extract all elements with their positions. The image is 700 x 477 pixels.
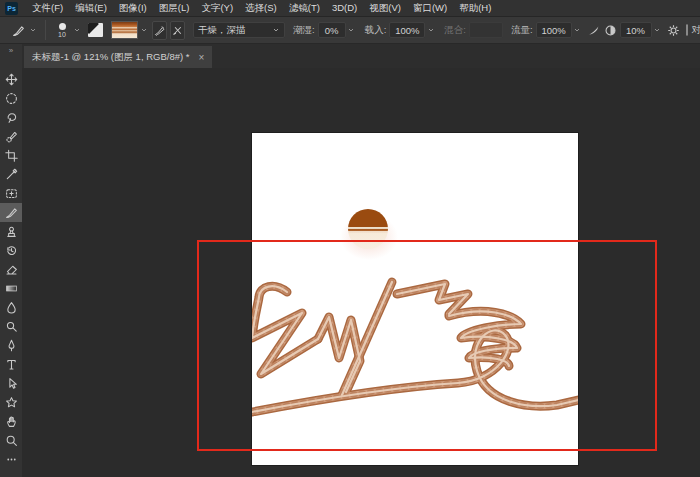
mix-label: 混合: — [444, 24, 466, 37]
divider — [45, 20, 46, 40]
menu-item-8[interactable]: 视图(V) — [363, 0, 407, 16]
eraser-tool[interactable] — [0, 260, 22, 279]
load-field[interactable]: 100% — [389, 22, 436, 38]
history-brush-tool[interactable] — [0, 241, 22, 260]
wet-value: 0% — [318, 22, 346, 38]
chevron-down-icon[interactable] — [27, 22, 38, 38]
move-tool[interactable] — [0, 70, 22, 89]
crop-tool[interactable] — [0, 146, 22, 165]
custom-shape-tool[interactable] — [0, 393, 22, 412]
wet-field[interactable]: 0% — [318, 22, 357, 38]
clean-brush-icon — [171, 24, 184, 37]
load-brush-after-stroke-button[interactable] — [152, 21, 167, 40]
hand-tool[interactable] — [0, 412, 22, 431]
menu-item-10[interactable]: 帮助(H) — [453, 0, 497, 16]
clone-stamp-tool[interactable] — [0, 222, 22, 241]
healing-brush-tool[interactable] — [0, 184, 22, 203]
red-rectangle-overlay — [197, 240, 657, 451]
menu-item-2[interactable]: 图像(I) — [113, 0, 153, 16]
gradient-tool[interactable] — [0, 279, 22, 298]
mixer-brush-icon — [9, 21, 27, 39]
clean-brush-after-stroke-button[interactable] — [170, 21, 185, 40]
menu-item-9[interactable]: 窗口(W) — [407, 0, 453, 16]
chevron-down-icon[interactable] — [652, 22, 663, 38]
smoothing-field[interactable]: 10% — [620, 22, 663, 38]
menu-item-1[interactable]: 编辑(E) — [69, 0, 113, 16]
dodge-tool[interactable] — [0, 317, 22, 336]
eyedropper-tool[interactable] — [0, 165, 22, 184]
airbrush-icon — [587, 24, 600, 37]
flow-value: 100% — [536, 22, 572, 38]
smoothing-value: 10% — [620, 22, 652, 38]
blur-tool[interactable] — [0, 298, 22, 317]
smoothing-icon — [604, 24, 617, 37]
smoothing-button[interactable] — [604, 21, 617, 39]
menu-item-6[interactable]: 滤镜(T) — [283, 0, 326, 16]
brush-tip-preview: 10 — [53, 23, 71, 38]
document-tab-strip: 未标题-1 @ 121% (图层 1, RGB/8#) * × — [22, 44, 700, 68]
document-tab-title: 未标题-1 @ 121% (图层 1, RGB/8#) * — [32, 51, 189, 64]
tools-panel: » — [0, 44, 22, 477]
close-icon[interactable]: × — [198, 52, 204, 63]
chevron-down-icon[interactable] — [346, 22, 357, 38]
chevron-down-icon[interactable] — [71, 22, 82, 38]
edit-toolbar-more[interactable] — [0, 450, 22, 469]
lasso-tool[interactable] — [0, 108, 22, 127]
brush-size-picker[interactable]: 10 — [53, 22, 82, 38]
flow-label: 流量: — [511, 24, 533, 37]
chevron-down-icon[interactable] — [572, 22, 583, 38]
zoom-tool[interactable] — [0, 431, 22, 450]
preset-combo-value: 干燥，深描 — [198, 24, 246, 37]
mix-value — [469, 22, 503, 38]
wet-label: 潮湿: — [293, 24, 315, 37]
load-value: 100% — [389, 22, 425, 38]
quick-selection-tool[interactable] — [0, 127, 22, 146]
document-tab[interactable]: 未标题-1 @ 121% (图层 1, RGB/8#) * × — [24, 46, 212, 68]
brush-size-value: 10 — [58, 31, 66, 38]
tool-preset-picker[interactable] — [5, 21, 38, 39]
toolbar-collapse-chevron[interactable]: » — [9, 46, 13, 58]
type-tool[interactable] — [0, 355, 22, 374]
chevron-down-icon[interactable] — [138, 22, 149, 38]
menu-item-4[interactable]: 文字(Y) — [195, 0, 239, 16]
menu-item-5[interactable]: 选择(S) — [239, 0, 283, 16]
tool-options-bar: 10 干燥，深描 潮湿: 0% 载入: 100% — [0, 17, 700, 44]
brush-dot-icon — [59, 23, 66, 30]
menu-item-0[interactable]: 文件(F) — [26, 0, 69, 16]
brush-load-swatch — [111, 21, 138, 39]
sample-all-layers-checkbox[interactable] — [686, 24, 688, 36]
airbrush-button[interactable] — [587, 21, 600, 39]
toggle-brush-panel-icon — [88, 23, 103, 37]
marquee-tool[interactable] — [0, 89, 22, 108]
mixer-brush-tool[interactable] — [0, 203, 22, 222]
useful-combinations-dropdown[interactable]: 干燥，深描 — [193, 22, 285, 38]
menu-bar: Ps 文件(F)编辑(E)图像(I)图层(L)文字(Y)选择(S)滤镜(T)3D… — [0, 0, 700, 17]
pen-tool[interactable] — [0, 336, 22, 355]
chevron-down-icon[interactable] — [425, 22, 436, 38]
path-selection-tool[interactable] — [0, 374, 22, 393]
load-label: 载入: — [365, 24, 387, 37]
menu-item-3[interactable]: 图层(L) — [153, 0, 196, 16]
gear-icon — [667, 24, 680, 37]
current-brush-load-picker[interactable] — [111, 21, 149, 39]
chevron-down-icon — [272, 26, 280, 34]
menu-items: 文件(F)编辑(E)图像(I)图层(L)文字(Y)选择(S)滤镜(T)3D(D)… — [26, 0, 497, 16]
toggle-brush-settings-panel-button[interactable] — [88, 23, 103, 37]
photoshop-logo-icon: Ps — [5, 2, 18, 15]
menu-item-7[interactable]: 3D(D) — [326, 0, 363, 16]
mix-field — [469, 22, 503, 38]
flow-field[interactable]: 100% — [536, 22, 583, 38]
sample-all-layers-label: 对 — [692, 24, 700, 37]
smoothing-settings-button[interactable] — [667, 21, 680, 39]
load-brush-icon — [153, 24, 166, 37]
